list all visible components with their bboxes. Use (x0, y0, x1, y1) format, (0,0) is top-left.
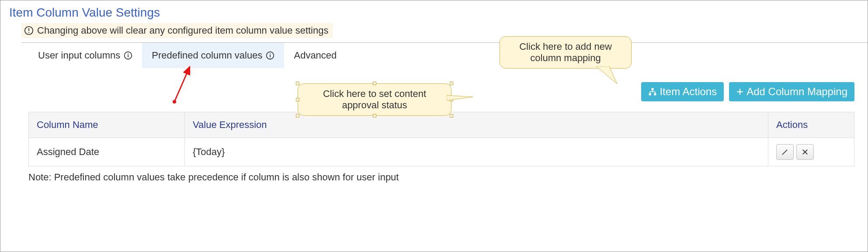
hierarchy-icon (648, 87, 657, 96)
callout-approval: Click here to set content approval statu… (298, 83, 451, 116)
warning-bar: Changing above will clear any configured… (21, 23, 333, 38)
callout-approval-text: Click here to set content approval statu… (323, 88, 426, 110)
item-actions-label: Item Actions (660, 86, 717, 98)
column-mapping-table: Column Name Value Expression Actions Ass… (28, 112, 854, 166)
info-icon[interactable]: i (266, 51, 274, 60)
callout-tail-icon (596, 66, 622, 85)
tab-user-input-label: User input columns (38, 50, 120, 61)
footnote: Note: Predefined column values take prec… (28, 172, 854, 183)
svg-text:i: i (128, 53, 129, 59)
plus-icon (736, 88, 744, 96)
pencil-icon (781, 148, 789, 156)
tab-advanced[interactable]: Advanced (284, 43, 346, 68)
svg-rect-11 (649, 93, 651, 95)
col-header-name[interactable]: Column Name (29, 112, 185, 138)
tab-advanced-label: Advanced (294, 50, 337, 61)
svg-rect-10 (652, 88, 654, 90)
table-row: Assigned Date {Today} (29, 138, 854, 166)
callout-add-mapping-line1: Click here to add new (509, 41, 622, 52)
add-column-mapping-label: Add Column Mapping (746, 86, 847, 98)
svg-point-2 (28, 32, 29, 33)
add-column-mapping-button[interactable]: Add Column Mapping (729, 82, 854, 101)
warning-text: Changing above will clear any configured… (37, 25, 328, 36)
cell-value-expression: {Today} (185, 138, 768, 166)
svg-text:i: i (270, 53, 271, 59)
delete-row-button[interactable] (796, 144, 814, 160)
section-title: Item Column Value Settings (0, 0, 868, 23)
tab-predefined[interactable]: Predefined column values i (142, 43, 284, 68)
warning-icon (24, 26, 34, 35)
callout-tail-icon (447, 93, 477, 102)
svg-marker-13 (447, 95, 473, 100)
tabs: User input columns i Predefined column v… (28, 43, 868, 68)
tab-user-input[interactable]: User input columns i (28, 43, 142, 68)
callout-add-mapping-line2: column mapping (509, 52, 622, 64)
tab-predefined-label: Predefined column values (152, 50, 262, 61)
item-actions-button[interactable]: Item Actions (641, 82, 724, 101)
close-icon (802, 148, 809, 155)
svg-marker-14 (596, 66, 617, 84)
info-icon[interactable]: i (124, 51, 132, 60)
cell-column-name: Assigned Date (29, 138, 185, 166)
edit-row-button[interactable] (776, 144, 794, 160)
col-header-expr[interactable]: Value Expression (185, 112, 768, 138)
svg-rect-12 (654, 93, 656, 95)
callout-add-mapping: Click here to add new column mapping (500, 36, 632, 69)
col-header-actions: Actions (768, 112, 854, 138)
